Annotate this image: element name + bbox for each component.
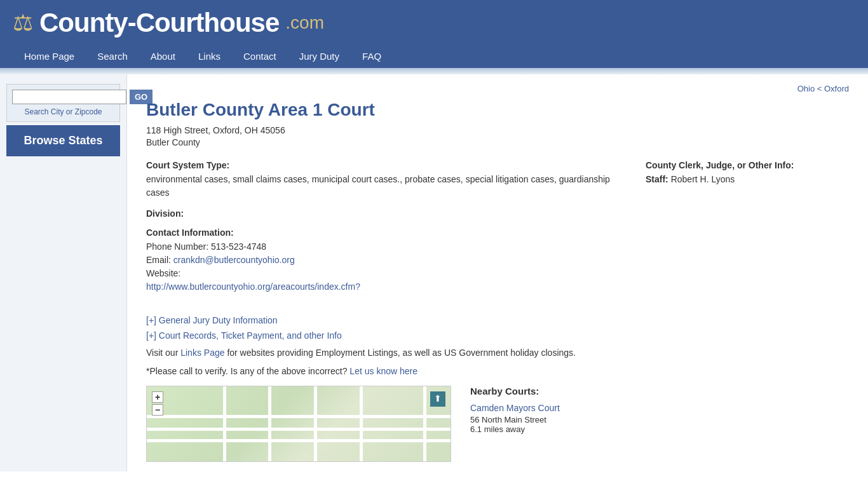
court-info-right: County Clerk, Judge, or Other Info: Staf… (646, 160, 849, 302)
map-road (223, 386, 226, 461)
map-zoom-plus-button[interactable]: + (152, 391, 163, 403)
nearby-courts: Nearby Courts: Camden Mayors Court 56 No… (470, 386, 849, 462)
court-title: Butler County Area 1 Court (146, 100, 849, 120)
main-nav: Home PageSearchAboutLinksContactJury Dut… (13, 44, 855, 68)
records-link[interactable]: [+] Court Records, Ticket Payment, and o… (146, 330, 849, 341)
visit-text: Visit our Links Page for websites provid… (146, 346, 849, 360)
nav-item-home[interactable]: Home Page (13, 44, 86, 68)
contact-label: Contact Information: (146, 227, 620, 238)
content-area: Ohio < Oxford Butler County Area 1 Court… (127, 74, 868, 471)
email-label: Email: (146, 255, 173, 265)
map-road (147, 428, 451, 431)
court-info-grid: Court System Type: environmental cases, … (146, 160, 849, 302)
map-share-icon[interactable]: ⬆ (430, 391, 445, 407)
links-page-link[interactable]: Links Page (180, 348, 224, 358)
map-road (147, 415, 451, 418)
browse-states-button[interactable]: Browse States (6, 125, 120, 156)
map-road (423, 386, 426, 461)
verify-text: *Please call to verify. Is any of the ab… (146, 366, 849, 376)
let-us-know-link[interactable]: Let us know here (349, 366, 417, 376)
sidebar: GO Search City or Zipcode Browse States (0, 74, 127, 471)
map-area: + − ⬆ (146, 386, 451, 462)
court-system-type-value: environmental cases, small claims cases,… (146, 173, 620, 200)
map-road (147, 439, 451, 442)
phone-label: Phone Number: (146, 241, 211, 252)
visit-suffix: for websites providing Employment Listin… (225, 348, 576, 358)
search-input[interactable] (12, 90, 126, 104)
website-link[interactable]: http://www.butlercountyohio.org/areacour… (146, 281, 360, 292)
map-road (268, 386, 271, 461)
verify-prefix: *Please call to verify. Is any of the ab… (146, 366, 349, 376)
map-zoom-minus-button[interactable]: − (152, 404, 163, 416)
map-road (314, 386, 317, 461)
county-clerk-label: County Clerk, Judge, or Other Info: (646, 160, 849, 170)
nearby-court-item: Camden Mayors Court 56 North Main Street… (470, 403, 849, 434)
breadcrumb-separator: < (815, 84, 824, 93)
website-label: Website: (146, 268, 180, 278)
court-system-type-label: Court System Type: (146, 160, 620, 170)
nearby-courts-title: Nearby Courts: (470, 386, 849, 396)
main-layout: GO Search City or Zipcode Browse States … (0, 74, 868, 471)
visit-prefix: Visit our (146, 348, 180, 358)
search-box-area: GO Search City or Zipcode (6, 84, 120, 122)
map-road (360, 386, 363, 461)
breadcrumb-state[interactable]: Ohio (797, 84, 815, 93)
site-title-main: County-Courthouse (39, 8, 279, 38)
email-link[interactable]: crankdn@butlercountyohio.org (173, 255, 295, 265)
site-header: ⚖ County-Courthouse.com Home PageSearchA… (0, 0, 868, 68)
site-logo: ⚖ County-Courthouse.com (13, 8, 324, 38)
map-placeholder (147, 386, 451, 461)
court-county: Butler County (146, 137, 849, 147)
court-info-left: Court System Type: environmental cases, … (146, 160, 620, 302)
nav-item-search[interactable]: Search (86, 44, 139, 68)
bottom-section: + − ⬆ Nearby Courts: Camden Mayors Court… (146, 386, 849, 462)
staff-value: Robert H. Lyons (671, 174, 735, 184)
court-address: 118 High Street, Oxford, OH 45056 (146, 125, 849, 135)
phone-info: Phone Number: 513-523-4748 Email: crankd… (146, 240, 620, 294)
nav-item-about[interactable]: About (139, 44, 187, 68)
nav-item-contact[interactable]: Contact (232, 44, 288, 68)
staff-info: Staff: Robert H. Lyons (646, 173, 849, 186)
staff-label: Staff: (646, 174, 671, 184)
nav-item-jury-duty[interactable]: Jury Duty (288, 44, 351, 68)
header-top: ⚖ County-Courthouse.com (13, 8, 855, 44)
scales-icon: ⚖ (13, 10, 33, 36)
nearby-court-address: 56 North Main Street (470, 415, 849, 424)
breadcrumb: Ohio < Oxford (146, 84, 849, 93)
division-label: Division: (146, 208, 620, 219)
nearby-court-distance: 6.1 miles away (470, 424, 849, 434)
site-title-com: .com (285, 13, 324, 33)
search-label: Search City or Zipcode (12, 107, 114, 116)
search-input-row: GO (12, 90, 114, 104)
breadcrumb-city[interactable]: Oxford (824, 84, 849, 93)
phone-value: 513-523-4748 (211, 241, 266, 252)
nav-item-links[interactable]: Links (187, 44, 232, 68)
nav-item-faq[interactable]: FAQ (351, 44, 393, 68)
nearby-court-name-link[interactable]: Camden Mayors Court (470, 403, 849, 413)
sub-header (0, 68, 868, 74)
jury-duty-link[interactable]: [+] General Jury Duty Information (146, 315, 849, 325)
